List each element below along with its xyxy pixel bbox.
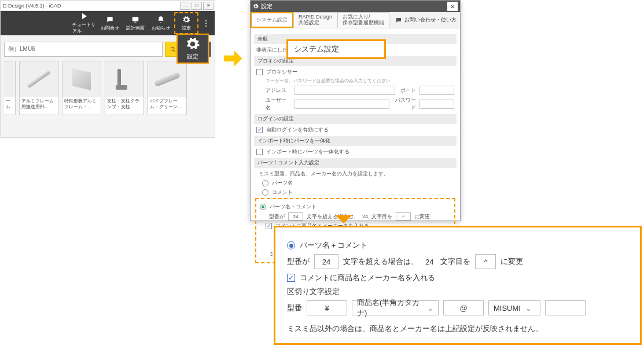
product-name-select-zoom[interactable]: 商品名(半角カタカナ) <box>352 300 439 315</box>
notice-button[interactable]: お知らせ <box>149 12 173 34</box>
settings-popup[interactable]: 設定 <box>176 34 209 64</box>
gear-icon <box>182 16 191 24</box>
product-card[interactable]: パイプフレーム・グリーン… <box>148 61 187 115</box>
dialog-close-button[interactable]: ✕ <box>447 2 458 11</box>
tab-system[interactable]: システム設定 <box>251 12 293 28</box>
section-parts: パーツ / コメント入力設定 <box>254 158 457 168</box>
radio-parts-comment[interactable] <box>260 204 266 210</box>
password-input[interactable] <box>419 100 454 109</box>
radio-comment[interactable] <box>262 189 268 196</box>
delim-at-input-zoom[interactable]: @ <box>443 300 484 315</box>
tutorial-button[interactable]: チュートリアル <box>72 12 97 34</box>
inquiry-button[interactable]: お問合せ <box>98 12 122 34</box>
replace-char-input[interactable]: ^ <box>396 212 411 221</box>
user-input[interactable] <box>295 100 389 109</box>
autologin-checkbox[interactable] <box>256 127 263 133</box>
main-app-window: D Design (V4.5.1) - iCAD — □ ✕ チュートリアル お… <box>0 0 215 138</box>
product-card[interactable]: アルミフレーム用搬送用部… <box>19 61 58 115</box>
flow-arrow-icon <box>220 46 244 71</box>
maker-select-zoom[interactable]: MISUMI <box>488 300 540 315</box>
radio-parts-comment-zoom[interactable] <box>287 241 295 249</box>
radio-partsname[interactable] <box>262 180 268 186</box>
product-card[interactable]: 支柱・支柱クランプ・支柱… <box>105 61 144 115</box>
extra-input-zoom[interactable] <box>545 300 586 315</box>
search-input[interactable]: 例）LMU6 <box>4 42 163 57</box>
help-link[interactable]: お問い合わせ・使い方 <box>392 12 460 28</box>
settings-dialog: 設定 ✕ システム設定 RAPID Design 共通設定 お気に入り/ 保存型… <box>250 0 461 221</box>
section-login: ログインの設定 <box>254 114 457 124</box>
chat-icon <box>395 17 402 24</box>
product-card[interactable]: 特殊形状アルミフレーム・… <box>62 61 101 115</box>
window-titlebar: D Design (V4.5.1) - iCAD — □ ✕ <box>1 1 215 11</box>
dialog-titlebar: 設定 ✕ <box>251 1 460 12</box>
maximize-button[interactable]: □ <box>192 2 202 10</box>
zoom-panel: パーツ名＋コメント 型番が 24 文字を超える場合は、 24 文字目を ^ に変… <box>274 226 642 345</box>
port-input[interactable] <box>419 86 454 95</box>
chat-icon <box>105 16 115 24</box>
charcount-input-1[interactable]: 24 <box>288 212 303 221</box>
include-name-maker-checkbox[interactable] <box>266 223 272 229</box>
section-import: インポート時にパーツを一体化 <box>254 136 457 146</box>
delim-yen-input-zoom[interactable]: ¥ <box>307 300 347 315</box>
system-settings-highlight: システム設定 <box>286 39 386 59</box>
charcount-input-zoom[interactable]: 24 <box>314 254 338 269</box>
close-button[interactable]: ✕ <box>203 2 214 10</box>
main-toolbar: チュートリアル お問合せ 設計画面 お知らせ 設定 ⋮ <box>1 11 215 35</box>
overflow-menu-icon[interactable]: ⋮ <box>200 19 212 28</box>
design-screen-button[interactable]: 設計画面 <box>123 12 148 34</box>
address-input[interactable] <box>295 86 395 95</box>
dialog-tabs: システム設定 RAPID Design 共通設定 お気に入り/ 保存型番履歴機能… <box>251 12 460 28</box>
proxy-use-checkbox[interactable] <box>256 69 263 75</box>
gear-icon <box>253 3 259 9</box>
window-title: D Design (V4.5.1) - iCAD <box>2 3 179 9</box>
tab-rapid[interactable]: RAPID Design 共通設定 <box>293 12 337 28</box>
minimize-button[interactable]: — <box>180 2 190 10</box>
play-icon <box>80 12 89 20</box>
replace-char-input-zoom[interactable]: ^ <box>475 254 496 269</box>
screen-icon <box>131 16 140 24</box>
tab-favorites[interactable]: お気に入り/ 保存型番履歴機能 <box>337 12 389 28</box>
gear-icon <box>185 36 200 52</box>
import-unify-checkbox[interactable] <box>256 149 263 155</box>
include-name-maker-checkbox-zoom[interactable] <box>287 274 295 282</box>
product-card[interactable]: ーム <box>4 61 16 115</box>
product-card-row: ーム アルミフレーム用搬送用部… 特殊形状アルミフレーム・… 支柱・支柱クランプ… <box>1 61 215 115</box>
search-icon <box>170 46 176 52</box>
bell-icon <box>156 16 165 24</box>
